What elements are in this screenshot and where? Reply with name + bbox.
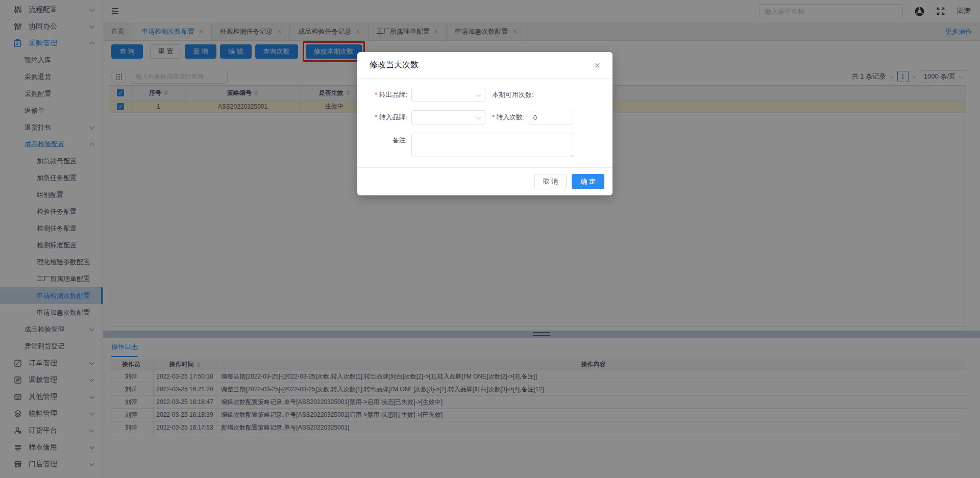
- in-count-label: *转入次数:: [492, 113, 525, 122]
- in-count-input[interactable]: [529, 111, 573, 124]
- out-brand-select[interactable]: [411, 88, 485, 102]
- available-times-label: 本期可用次数:: [492, 90, 534, 99]
- chevron-down-icon: [476, 115, 481, 120]
- remark-textarea[interactable]: [411, 133, 573, 157]
- cancel-button[interactable]: 取 消: [534, 174, 567, 189]
- out-brand-label: *转出品牌:: [365, 90, 407, 99]
- modify-daily-times-dialog: 修改当天次数 × *转出品牌: 本期可用次数: *转入品牌: *转入次数: 备注…: [357, 52, 612, 195]
- in-brand-select[interactable]: [411, 110, 485, 124]
- confirm-button[interactable]: 确 定: [572, 174, 604, 189]
- chevron-down-icon: [476, 92, 481, 97]
- dialog-title: 修改当天次数: [370, 60, 419, 70]
- remark-label: 备注:: [365, 133, 407, 145]
- close-icon[interactable]: ×: [594, 60, 600, 70]
- in-brand-label: *转入品牌:: [365, 113, 407, 122]
